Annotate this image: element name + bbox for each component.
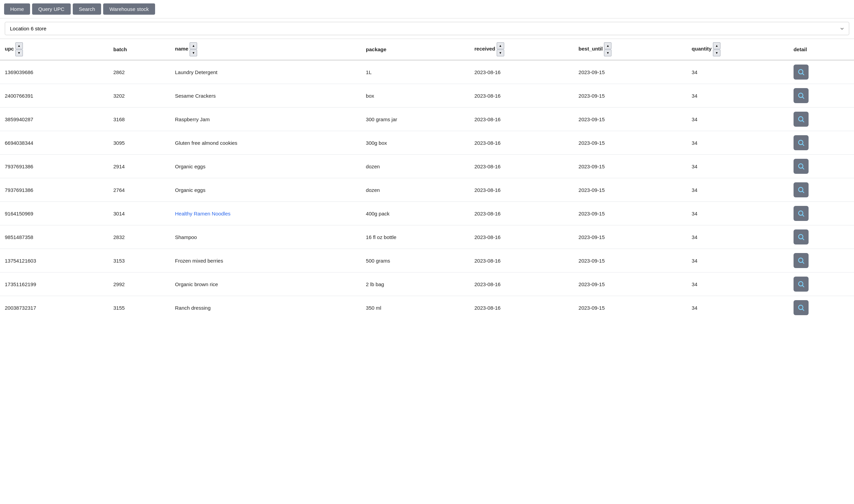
sort-asc-upc[interactable]: ▲ xyxy=(15,42,23,49)
col-label-package: package xyxy=(366,46,386,52)
cell-upc: 20038732317 xyxy=(0,296,109,320)
cell-quantity: 34 xyxy=(687,178,789,202)
cell-best_until: 2023-09-15 xyxy=(574,296,687,320)
cell-best_until: 2023-09-15 xyxy=(574,60,687,84)
cell-quantity: 34 xyxy=(687,202,789,225)
cell-package: 350 ml xyxy=(361,296,470,320)
detail-button[interactable] xyxy=(794,88,809,103)
cell-best_until: 2023-09-15 xyxy=(574,84,687,108)
cell-batch: 3168 xyxy=(109,108,170,131)
cell-received: 2023-08-16 xyxy=(470,249,574,272)
col-header-received[interactable]: received▲▼ xyxy=(470,39,574,60)
cell-detail xyxy=(789,202,854,225)
cell-name: Gluten free almond cookies xyxy=(170,131,361,155)
sort-asc-quantity[interactable]: ▲ xyxy=(713,42,720,49)
cell-name: Organic eggs xyxy=(170,155,361,178)
nav-bar: HomeQuery UPCSearchWarehouse stock xyxy=(0,0,854,18)
detail-button[interactable] xyxy=(794,159,809,174)
cell-upc: 13754121603 xyxy=(0,249,109,272)
cell-package: 2 lb bag xyxy=(361,272,470,296)
svg-line-13 xyxy=(802,215,804,216)
cell-package: box xyxy=(361,84,470,108)
col-header-batch: batch xyxy=(109,39,170,60)
cell-quantity: 34 xyxy=(687,155,789,178)
col-label-quantity: quantity xyxy=(692,46,712,52)
cell-quantity: 34 xyxy=(687,108,789,131)
table-body: 13690396862862Laundry Detergent1L2023-08… xyxy=(0,60,854,319)
table-header: upc▲▼batchname▲▼packagereceived▲▼best_un… xyxy=(0,39,854,60)
detail-button[interactable] xyxy=(794,253,809,268)
cell-batch: 3202 xyxy=(109,84,170,108)
detail-button[interactable] xyxy=(794,182,809,197)
cell-detail xyxy=(789,84,854,108)
cell-upc: 3859940287 xyxy=(0,108,109,131)
col-header-best_until[interactable]: best_until▲▼ xyxy=(574,39,687,60)
cell-package: 300g box xyxy=(361,131,470,155)
sort-btns-best_until: ▲▼ xyxy=(604,42,611,56)
sort-desc-upc[interactable]: ▼ xyxy=(15,50,23,56)
cell-received: 2023-08-16 xyxy=(470,155,574,178)
location-select[interactable]: Location 6 storeLocation 1 storeLocation… xyxy=(5,22,849,35)
cell-package: dozen xyxy=(361,155,470,178)
detail-button[interactable] xyxy=(794,300,809,315)
cell-batch: 3014 xyxy=(109,202,170,225)
cell-received: 2023-08-16 xyxy=(470,108,574,131)
col-label-detail: detail xyxy=(794,46,807,52)
detail-button[interactable] xyxy=(794,206,809,221)
cell-batch: 2764 xyxy=(109,178,170,202)
cell-name: Shampoo xyxy=(170,225,361,249)
col-header-upc[interactable]: upc▲▼ xyxy=(0,39,109,60)
cell-best_until: 2023-09-15 xyxy=(574,178,687,202)
table-row: 137541216033153Frozen mixed berries500 g… xyxy=(0,249,854,272)
detail-button[interactable] xyxy=(794,65,809,80)
cell-name: Laundry Detergent xyxy=(170,60,361,84)
detail-button[interactable] xyxy=(794,277,809,292)
cell-received: 2023-08-16 xyxy=(470,60,574,84)
table-row: 79376913862914Organic eggsdozen2023-08-1… xyxy=(0,155,854,178)
sort-btns-name: ▲▼ xyxy=(190,42,197,56)
col-header-quantity[interactable]: quantity▲▼ xyxy=(687,39,789,60)
detail-button[interactable] xyxy=(794,135,809,150)
col-header-name[interactable]: name▲▼ xyxy=(170,39,361,60)
detail-button[interactable] xyxy=(794,112,809,127)
svg-line-19 xyxy=(802,285,804,287)
svg-line-11 xyxy=(802,191,804,193)
cell-best_until: 2023-09-15 xyxy=(574,155,687,178)
detail-button[interactable] xyxy=(794,229,809,244)
cell-batch: 3155 xyxy=(109,296,170,320)
sort-desc-best_until[interactable]: ▼ xyxy=(604,50,611,56)
sort-asc-best_until[interactable]: ▲ xyxy=(604,42,611,49)
cell-received: 2023-08-16 xyxy=(470,84,574,108)
sort-desc-received[interactable]: ▼ xyxy=(497,50,504,56)
sort-desc-quantity[interactable]: ▼ xyxy=(713,50,720,56)
cell-package: dozen xyxy=(361,178,470,202)
nav-btn-search[interactable]: Search xyxy=(73,3,101,15)
cell-received: 2023-08-16 xyxy=(470,296,574,320)
table-row: 24007663913202Sesame Crackersbox2023-08-… xyxy=(0,84,854,108)
sort-desc-name[interactable]: ▼ xyxy=(190,50,197,56)
svg-line-15 xyxy=(802,238,804,240)
nav-btn-home[interactable]: Home xyxy=(4,3,30,15)
cell-package: 300 grams jar xyxy=(361,108,470,131)
svg-line-5 xyxy=(802,121,804,122)
nav-btn-warehouse-stock[interactable]: Warehouse stock xyxy=(103,3,155,15)
nav-btn-query-upc[interactable]: Query UPC xyxy=(32,3,71,15)
sort-btns-received: ▲▼ xyxy=(497,42,504,56)
col-label-best_until: best_until xyxy=(579,46,603,52)
col-header-package: package xyxy=(361,39,470,60)
svg-line-9 xyxy=(802,168,804,169)
col-label-name: name xyxy=(175,46,188,52)
sort-asc-name[interactable]: ▲ xyxy=(190,42,197,49)
cell-best_until: 2023-09-15 xyxy=(574,272,687,296)
location-bar: Location 6 storeLocation 1 storeLocation… xyxy=(0,18,854,39)
col-header-detail: detail xyxy=(789,39,854,60)
header-row: upc▲▼batchname▲▼packagereceived▲▼best_un… xyxy=(0,39,854,60)
svg-line-21 xyxy=(802,309,804,310)
cell-upc: 9164150969 xyxy=(0,202,109,225)
cell-detail xyxy=(789,131,854,155)
cell-package: 500 grams xyxy=(361,249,470,272)
cell-detail xyxy=(789,60,854,84)
sort-asc-received[interactable]: ▲ xyxy=(497,42,504,49)
table-row: 173511621992992Organic brown rice2 lb ba… xyxy=(0,272,854,296)
cell-name: Sesame Crackers xyxy=(170,84,361,108)
